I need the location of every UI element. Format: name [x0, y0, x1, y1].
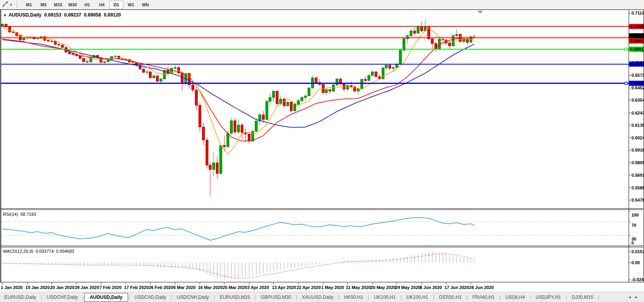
svg-text:3 Apr 2020: 3 Apr 2020 — [247, 285, 269, 290]
timeframe-button-h4[interactable]: H4 — [95, 1, 109, 9]
svg-text:10 Jan 2020: 10 Jan 2020 — [26, 285, 50, 290]
timeframe-button-w1[interactable]: W1 — [124, 1, 138, 9]
timeframe-button-m5[interactable]: M5 — [37, 1, 50, 9]
ohlc-high: 0.69237 — [64, 12, 81, 18]
tab-eurusd-m15[interactable]: EURUSD,M15 — [215, 293, 254, 302]
timeframe-button-mn[interactable]: MN — [139, 1, 152, 9]
tab-uk100-h1[interactable]: UK100,H1 — [369, 293, 400, 302]
macd-name: MACD(12,26,9) — [3, 249, 33, 254]
svg-text:20 Jan 2020: 20 Jan 2020 — [50, 285, 74, 290]
svg-text:0.015743: 0.015743 — [631, 249, 644, 254]
svg-text:26 Jun 2020: 26 Jun 2020 — [469, 285, 494, 290]
svg-text:22 Apr 2020: 22 Apr 2020 — [297, 285, 321, 290]
svg-text:0.63540: 0.63540 — [631, 98, 644, 102]
svg-text:-0.02441: -0.02441 — [631, 277, 644, 282]
tab-usdchf-daily[interactable]: USDCHF,Daily — [43, 293, 82, 302]
tab-audusd-daily[interactable]: AUDUSD,Daily — [84, 293, 128, 302]
svg-text:13 Apr 2020: 13 Apr 2020 — [272, 285, 296, 290]
tab-hk50-h1[interactable]: HK50,H1 — [340, 293, 368, 302]
svg-text:1 Jan 2020: 1 Jan 2020 — [1, 285, 23, 290]
tab-scroll-arrows: ◄► — [628, 295, 641, 299]
tab-scroll-left-button[interactable]: ◄ — [628, 295, 635, 299]
timeframe-button-d1[interactable]: D1 — [109, 1, 123, 9]
tab-usdcad-daily[interactable]: USDCAD,Daily — [130, 293, 171, 302]
svg-text:29 May 2020: 29 May 2020 — [395, 285, 420, 290]
ohlc-close: 0.69120 — [104, 12, 121, 18]
macd-signal-value: 0.004683 — [56, 249, 74, 254]
pane-frames — [0, 9, 644, 282]
chevron-down-icon[interactable]: ▼ — [9, 3, 13, 7]
svg-text:29 Jan 2020: 29 Jan 2020 — [75, 285, 99, 290]
svg-text:0: 0 — [631, 241, 634, 245]
svg-text:0.66706: 0.66706 — [630, 62, 644, 67]
svg-text:0.56970: 0.56970 — [631, 173, 644, 178]
macd-main-value: 0.003774 — [35, 249, 54, 254]
tab-scroll-right-button[interactable]: ► — [635, 295, 641, 299]
tab-dj30-m15[interactable]: DJ30,M15 — [567, 293, 598, 302]
mt4-terminal: { "toolbar": { "tool_icon": "trendline-t… — [0, 0, 644, 302]
tab-usdcnh-daily[interactable]: USDCNH,Daily — [173, 293, 213, 302]
svg-text:70: 70 — [631, 223, 636, 228]
svg-text:0.59160: 0.59160 — [631, 148, 644, 152]
svg-text:0.65020: 0.65020 — [630, 81, 644, 86]
trendline-tool-icon — [2, 1, 8, 9]
svg-text:16 Mar 2020: 16 Mar 2020 — [198, 285, 223, 290]
svg-text:0.69120: 0.69120 — [630, 33, 644, 38]
ohlc-open: 0.69153 — [44, 12, 61, 18]
tab-xauusd-daily[interactable]: XAUUSD,Daily — [297, 293, 338, 302]
symbol-tabs: EURUSD,Daily|USDCHF,Daily|AUDUSD,Daily|U… — [0, 293, 599, 302]
symbol-tabbar: EURUSD,Daily|USDCHF,Daily|AUDUSD,Daily|U… — [0, 292, 644, 302]
macd-indicator-label: MACD(12,26,9)0.0037740.004683 — [3, 249, 74, 254]
svg-text:0.62430: 0.62430 — [631, 111, 644, 115]
tab-eurusd-daily[interactable]: EURUSD,Daily — [0, 293, 41, 302]
tab-ger30-h1[interactable]: GER30,H1 — [434, 293, 466, 302]
svg-text:0.60240: 0.60240 — [631, 135, 644, 140]
svg-text:0.61350: 0.61350 — [631, 123, 644, 128]
svg-text:7 Feb 2020: 7 Feb 2020 — [99, 285, 121, 290]
timeframe-buttons: M1M5M15M30H1H4D1W1MN — [22, 1, 153, 9]
svg-text:8 Jun 2020: 8 Jun 2020 — [420, 285, 442, 290]
svg-text:0.58050: 0.58050 — [631, 160, 644, 165]
svg-text:0.70007: 0.70007 — [630, 24, 644, 29]
date-axis[interactable]: 1 Jan 202010 Jan 202020 Jan 202029 Jan 2… — [1, 283, 494, 290]
timeframe-toolbar: ▼ M1M5M15M30H1H4D1W1MN — [0, 0, 644, 10]
svg-text:17 Jun 2020: 17 Jun 2020 — [444, 285, 469, 290]
svg-text:1 May 2020: 1 May 2020 — [321, 285, 344, 290]
svg-text:0.69010: 0.69010 — [630, 39, 644, 43]
timeframe-button-m15[interactable]: M15 — [51, 1, 65, 9]
tab-usoil-h4[interactable]: USOil,H4 — [501, 293, 529, 302]
svg-text:25 Mar 2020: 25 Mar 2020 — [223, 285, 247, 290]
chart-surface[interactable]: 0.711900.700800.690000.679200.668400.657… — [0, 9, 644, 292]
timeframe-button-h1[interactable]: H1 — [80, 1, 94, 9]
svg-text:0.54780: 0.54780 — [631, 198, 644, 202]
svg-text:26 Feb 2020: 26 Feb 2020 — [148, 285, 173, 290]
tab-fra40-h1[interactable]: FRA40,H1 — [468, 293, 499, 302]
svg-text:100: 100 — [631, 213, 638, 217]
tab-usdjpy-h1[interactable]: USDJPY,H1 — [531, 293, 565, 302]
chart-title: ▼AUDUSD,Daily0.691530.692370.690580.6912… — [3, 12, 121, 18]
toolbar-grip[interactable] — [17, 2, 19, 8]
svg-text:0.00: 0.00 — [631, 260, 640, 265]
svg-text:17 Feb 2020: 17 Feb 2020 — [124, 285, 148, 290]
svg-text:0.64620: 0.64620 — [631, 85, 644, 90]
rsi-indicator-label: RSI(14)58.7183 — [3, 212, 36, 217]
rsi-name: RSI(14) — [3, 212, 18, 217]
svg-text:0.55860: 0.55860 — [631, 185, 644, 190]
tab-gbpusd-m30[interactable]: GBPUSD,M30 — [256, 293, 295, 302]
tab-divider: | — [598, 295, 599, 300]
rsi-value: 58.7183 — [20, 212, 36, 217]
svg-text:20 May 2020: 20 May 2020 — [371, 285, 396, 290]
chart-dropdown-icon[interactable]: ▼ — [3, 13, 7, 17]
ohlc-low: 0.69058 — [84, 12, 101, 18]
svg-text:0.68017: 0.68017 — [630, 47, 644, 52]
chart-symbol-period: AUDUSD,Daily — [9, 12, 41, 18]
svg-text:0.71190: 0.71190 — [631, 11, 644, 15]
timeframe-button-m30[interactable]: M30 — [66, 1, 80, 9]
svg-text:6 Mar 2020: 6 Mar 2020 — [173, 285, 195, 290]
timeframe-button-m1[interactable]: M1 — [22, 1, 36, 9]
tab-uk100-h1[interactable]: UK100,H1 — [402, 293, 432, 302]
trendline-tool-button[interactable]: ▼ — [0, 1, 14, 9]
svg-text:11 May 2020: 11 May 2020 — [346, 285, 371, 290]
svg-text:0.65730: 0.65730 — [631, 73, 644, 78]
